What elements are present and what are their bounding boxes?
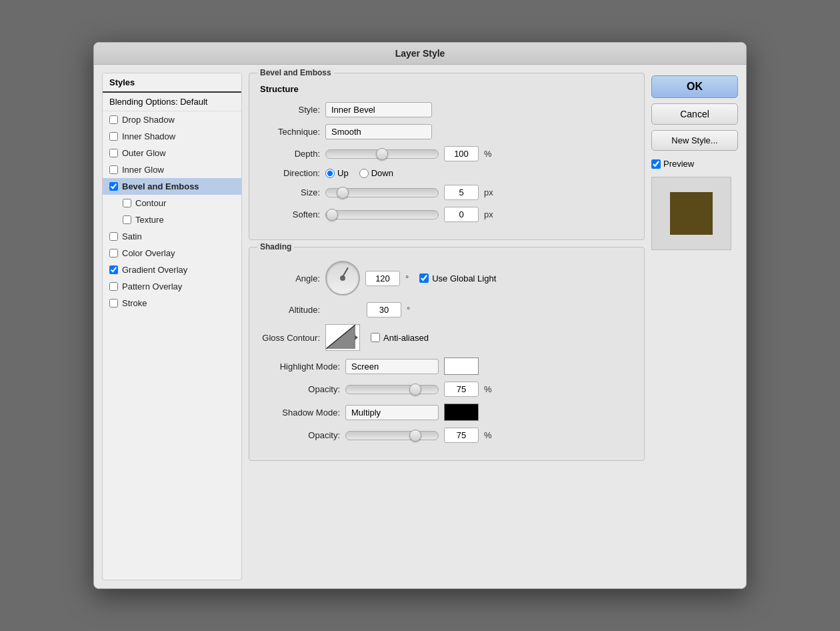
soften-input[interactable] xyxy=(444,207,479,222)
technique-row: Technique: Smooth Chisel Hard Chisel Sof… xyxy=(260,124,633,139)
altitude-row: Altitude: ° xyxy=(260,302,633,318)
depth-slider[interactable] xyxy=(325,149,439,159)
style-select[interactable]: Inner Bevel Outer Bevel Emboss Pillow Em… xyxy=(325,102,432,117)
anti-aliased-label[interactable]: Anti-aliased xyxy=(371,333,429,343)
checkbox-inner-glow[interactable] xyxy=(109,165,118,174)
highlight-opacity-input[interactable] xyxy=(444,382,479,397)
direction-up-radio[interactable]: Up xyxy=(325,168,349,178)
style-select-wrapper: Inner Bevel Outer Bevel Emboss Pillow Em… xyxy=(325,102,432,117)
angle-label: Angle: xyxy=(260,273,320,283)
highlight-opacity-slider[interactable] xyxy=(345,385,439,394)
highlight-mode-row: Highlight Mode: Screen Normal Multiply O… xyxy=(260,358,633,375)
angle-input[interactable] xyxy=(365,271,400,286)
size-label: Size: xyxy=(260,187,320,197)
depth-input[interactable] xyxy=(444,146,479,161)
shadow-opacity-thumb[interactable] xyxy=(409,430,421,442)
highlight-mode-select[interactable]: Screen Normal Multiply Overlay xyxy=(345,359,439,374)
highlight-opacity-thumb[interactable] xyxy=(409,384,421,396)
style-row: Style: Inner Bevel Outer Bevel Emboss Pi… xyxy=(260,102,633,117)
label-drop-shadow: Drop Shadow xyxy=(122,115,175,125)
shadow-opacity-input[interactable] xyxy=(444,428,479,443)
checkbox-stroke[interactable] xyxy=(109,299,118,307)
checkbox-drop-shadow[interactable] xyxy=(109,115,118,124)
direction-radio-group: Up Down xyxy=(325,168,393,178)
sidebar-item-bevel-emboss[interactable]: Bevel and Emboss xyxy=(103,178,241,195)
use-global-light-checkbox[interactable] xyxy=(419,273,429,283)
angle-row: Angle: ° Use Global Light xyxy=(260,261,633,295)
label-satin: Satin xyxy=(122,231,142,241)
sidebar-title: Styles xyxy=(103,73,241,93)
sidebar-item-contour[interactable]: Contour xyxy=(103,195,241,211)
gloss-contour-box[interactable] xyxy=(325,324,360,351)
shadow-mode-select[interactable]: Multiply Normal Screen Overlay xyxy=(345,405,439,420)
shadow-opacity-label: Opacity: xyxy=(260,430,340,440)
sidebar-item-texture[interactable]: Texture xyxy=(103,211,241,228)
sidebar-item-color-overlay[interactable]: Color Overlay xyxy=(103,245,241,261)
shadow-opacity-row: Opacity: % xyxy=(260,428,633,443)
size-slider-thumb[interactable] xyxy=(337,187,349,199)
altitude-unit: ° xyxy=(407,305,410,315)
shadow-color-swatch[interactable] xyxy=(444,404,479,421)
gloss-contour-svg xyxy=(326,325,355,349)
direction-down-radio[interactable]: Down xyxy=(359,168,393,178)
sidebar-item-satin[interactable]: Satin xyxy=(103,228,241,245)
label-stroke: Stroke xyxy=(122,298,147,308)
depth-label: Depth: xyxy=(260,149,320,159)
checkbox-gradient-overlay[interactable] xyxy=(109,265,118,274)
right-panel: OK Cancel New Style... Preview xyxy=(651,73,738,580)
ok-button[interactable]: OK xyxy=(651,75,738,98)
soften-label: Soften: xyxy=(260,209,320,219)
preview-label[interactable]: Preview xyxy=(651,159,738,169)
altitude-input[interactable] xyxy=(367,302,401,318)
anti-aliased-checkbox[interactable] xyxy=(371,333,380,342)
sidebar-item-gradient-overlay[interactable]: Gradient Overlay xyxy=(103,261,241,278)
direction-down-label: Down xyxy=(371,168,393,178)
checkbox-texture[interactable] xyxy=(123,215,131,224)
technique-select[interactable]: Smooth Chisel Hard Chisel Soft xyxy=(325,124,432,139)
soften-row: Soften: px xyxy=(260,207,633,222)
highlight-mode-label: Highlight Mode: xyxy=(260,362,340,372)
anti-aliased-text: Anti-aliased xyxy=(383,333,429,343)
checkbox-color-overlay[interactable] xyxy=(109,249,118,257)
angle-dial[interactable] xyxy=(325,261,360,295)
sidebar-item-inner-shadow[interactable]: Inner Shadow xyxy=(103,128,241,145)
label-color-overlay: Color Overlay xyxy=(122,248,175,258)
checkbox-contour[interactable] xyxy=(123,199,131,207)
sidebar-item-stroke[interactable]: Stroke xyxy=(103,295,241,311)
highlight-opacity-row: Opacity: % xyxy=(260,382,633,397)
main-content: Bevel and Emboss Structure Style: Inner … xyxy=(249,73,645,580)
size-unit: px xyxy=(484,187,493,197)
use-global-light-label[interactable]: Use Global Light xyxy=(419,273,496,283)
checkbox-outer-glow[interactable] xyxy=(109,149,118,157)
new-style-button[interactable]: New Style... xyxy=(651,130,738,151)
label-inner-shadow: Inner Shadow xyxy=(122,131,175,141)
size-slider[interactable] xyxy=(325,188,439,197)
checkbox-inner-shadow[interactable] xyxy=(109,132,118,141)
label-inner-glow: Inner Glow xyxy=(122,165,164,175)
highlight-opacity-unit: % xyxy=(484,384,492,394)
dialog-title: Layer Style xyxy=(94,43,746,65)
sidebar-item-blending-options[interactable]: Blending Options: Default xyxy=(103,93,241,111)
sidebar-item-drop-shadow[interactable]: Drop Shadow xyxy=(103,111,241,128)
size-input[interactable] xyxy=(444,185,479,200)
cancel-button[interactable]: Cancel xyxy=(651,103,738,125)
direction-row: Direction: Up Down xyxy=(260,168,633,178)
direction-up-input[interactable] xyxy=(325,169,335,178)
shadow-mode-row: Shadow Mode: Multiply Normal Screen Over… xyxy=(260,404,633,421)
checkbox-pattern-overlay[interactable] xyxy=(109,282,118,291)
soften-unit: px xyxy=(484,209,493,219)
sidebar-item-outer-glow[interactable]: Outer Glow xyxy=(103,145,241,161)
direction-down-input[interactable] xyxy=(359,169,369,178)
sidebar-item-inner-glow[interactable]: Inner Glow xyxy=(103,161,241,178)
preview-checkbox[interactable] xyxy=(651,159,661,169)
soften-slider[interactable] xyxy=(325,210,439,219)
checkbox-satin[interactable] xyxy=(109,232,118,241)
angle-dial-line xyxy=(342,267,349,277)
soften-slider-thumb[interactable] xyxy=(326,209,338,221)
sidebar-item-pattern-overlay[interactable]: Pattern Overlay xyxy=(103,278,241,295)
shadow-opacity-slider[interactable] xyxy=(345,431,439,440)
direction-label: Direction: xyxy=(260,168,320,178)
checkbox-bevel-emboss[interactable] xyxy=(109,182,118,191)
depth-slider-thumb[interactable] xyxy=(376,148,388,160)
highlight-color-swatch[interactable] xyxy=(444,358,479,375)
